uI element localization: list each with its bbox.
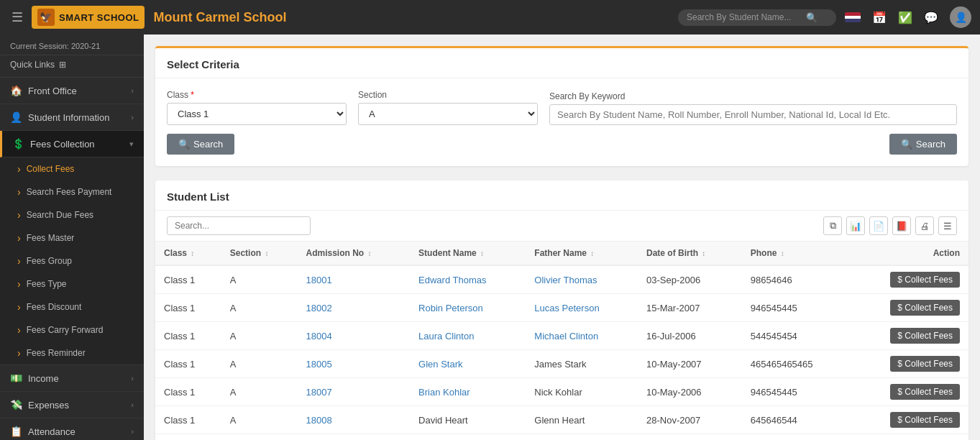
criteria-card-body: Class * Class 1 Class 2 Class 3 Class 4 … (155, 78, 968, 166)
keyword-input[interactable] (549, 104, 957, 125)
cell-adm-no[interactable]: 18013 (297, 434, 410, 441)
criteria-title: Select Criteria (167, 58, 239, 70)
sidebar-sub-item-fees-reminder[interactable]: Fees Reminder (0, 342, 144, 365)
collect-fees-button[interactable]: $ Collect Fees (890, 300, 960, 316)
logo: 🦅 SMART SCHOOL (32, 6, 145, 29)
col-action: Action (851, 242, 968, 265)
sidebar-sub-item-search-due-fees[interactable]: Search Due Fees (0, 203, 144, 226)
collect-fees-button[interactable]: $ Collect Fees (890, 384, 960, 400)
cell-class: Class 1 (155, 350, 221, 378)
table-row: Class 1 A 18002 Robin Peterson Lucas Pet… (155, 294, 968, 322)
cell-adm-no[interactable]: 18007 (297, 378, 410, 406)
cell-student-name[interactable]: Edward Thomas (410, 265, 526, 294)
flag-icon[interactable] (845, 12, 861, 22)
cell-student-name: David Heart (410, 406, 526, 434)
search-button-left[interactable]: 🔍 Search (167, 134, 234, 155)
sidebar-sub-item-collect-fees[interactable]: Collect Fees (0, 157, 144, 180)
table-search-input[interactable] (167, 216, 311, 235)
cell-phone: 465465465465 (742, 350, 851, 378)
main-content: Select Criteria Class * Class 1 Class 2 … (144, 35, 980, 440)
csv-action-icon[interactable]: 📄 (869, 216, 888, 235)
sidebar-sub-item-fees-discount[interactable]: Fees Discount (0, 295, 144, 318)
cell-adm-no[interactable]: 18002 (297, 294, 410, 322)
sidebar-sub-item-fees-carry-forward[interactable]: Fees Carry Forward (0, 318, 144, 342)
pdf-action-icon[interactable]: 📕 (892, 216, 911, 235)
sidebar-label-student-information: Student Information (28, 112, 109, 123)
top-navigation: ☰ 🦅 SMART SCHOOL Mount Carmel School 🔍 📅… (0, 0, 980, 35)
front-office-icon: 🏠 (10, 85, 22, 96)
collect-fees-button[interactable]: $ Collect Fees (890, 272, 960, 288)
sidebar-sub-item-fees-type[interactable]: Fees Type (0, 272, 144, 295)
sidebar-sub-item-fees-group[interactable]: Fees Group (0, 249, 144, 272)
cell-father-name[interactable]: Olivier Thomas (526, 265, 638, 294)
quick-links[interactable]: Quick Links ⊞ (0, 55, 144, 78)
sidebar-item-income[interactable]: 💵 Income › (0, 365, 144, 392)
cell-phone: 98654646 (742, 265, 851, 294)
cell-student-name[interactable]: Robin Peterson (410, 294, 526, 322)
cell-dob: 03-Sep-2006 (638, 265, 742, 294)
avatar[interactable]: 👤 (950, 6, 971, 28)
copy-action-icon[interactable]: ⧉ (823, 216, 842, 235)
section-select[interactable]: A B C D (358, 103, 538, 125)
class-select[interactable]: Class 1 Class 2 Class 3 Class 4 Class 5 (167, 103, 347, 125)
sidebar-item-attendance[interactable]: 📋 Attendance › (0, 418, 144, 440)
criteria-card-header: Select Criteria (155, 48, 968, 78)
cell-section: A (221, 294, 298, 322)
cell-dob: 26-Jun-2010 (638, 434, 742, 441)
cell-father-name[interactable]: Lucas Peterson (526, 294, 638, 322)
cell-father-name[interactable]: Michael Clinton (526, 322, 638, 350)
cell-adm-no[interactable]: 18004 (297, 322, 410, 350)
collect-fees-button[interactable]: $ Collect Fees (890, 356, 960, 372)
chevron-right-icon-4: › (131, 400, 134, 409)
hamburger-icon[interactable]: ☰ (12, 9, 23, 25)
cell-adm-no[interactable]: 18005 (297, 350, 410, 378)
cell-adm-no[interactable]: 18001 (297, 265, 410, 294)
attendance-icon: 📋 (10, 426, 22, 437)
col-student-name: Student Name ↕ (410, 242, 526, 265)
excel-action-icon[interactable]: 📊 (846, 216, 865, 235)
collect-fees-button[interactable]: $ Collect Fees (890, 412, 960, 428)
fees-carry-forward-label: Fees Carry Forward (27, 325, 104, 335)
nav-search-box[interactable]: 🔍 (678, 9, 836, 26)
logo-icon: 🦅 (37, 9, 55, 26)
sidebar-item-expenses[interactable]: 💸 Expenses › (0, 392, 144, 418)
print-action-icon[interactable]: 🖨 (915, 216, 934, 235)
cell-dob: 28-Nov-2007 (638, 406, 742, 434)
chevron-right-icon-3: › (131, 374, 134, 382)
chevron-down-icon: ▾ (129, 139, 134, 149)
cell-student-name[interactable]: Glen Stark (410, 350, 526, 378)
fees-collection-submenu: Collect Fees Search Fees Payment Search … (0, 157, 144, 365)
cell-student-name[interactable]: Brian Kohlar (410, 378, 526, 406)
whatsapp-icon[interactable]: 💬 (924, 11, 938, 24)
calendar-icon[interactable]: 📅 (872, 11, 887, 24)
cell-student-name[interactable]: Benjamin Gates (410, 434, 526, 441)
search-button-right[interactable]: 🔍 Search (889, 134, 957, 155)
cell-phone: 6465465465 (742, 434, 851, 441)
sidebar-label-attendance: Attendance (28, 426, 75, 437)
collect-fees-button[interactable]: $ Collect Fees (890, 328, 960, 344)
sidebar-item-front-office[interactable]: 🏠 Front Office › (0, 78, 144, 104)
col-phone: Phone ↕ (742, 242, 851, 265)
search-icon: 🔍 (806, 12, 818, 23)
cell-adm-no[interactable]: 18008 (297, 406, 410, 434)
nav-search-input[interactable] (687, 12, 802, 22)
expenses-icon: 💸 (10, 399, 22, 411)
cell-class: Class 1 (155, 406, 221, 434)
main-layout: Current Session: 2020-21 Quick Links ⊞ 🏠… (0, 35, 980, 440)
table-search (167, 216, 311, 235)
required-asterisk: * (191, 90, 194, 100)
cell-student-name[interactable]: Laura Clinton (410, 322, 526, 350)
cell-dob: 10-May-2006 (638, 378, 742, 406)
sidebar-item-student-information[interactable]: 👤 Student Information › (0, 104, 144, 131)
student-table-body: Class 1 A 18001 Edward Thomas Olivier Th… (155, 265, 968, 440)
cell-dob: 16-Jul-2006 (638, 322, 742, 350)
sidebar-item-fees-collection[interactable]: 💲 Fees Collection ▾ (0, 131, 144, 157)
cell-phone: 946545445 (742, 378, 851, 406)
sidebar-sub-item-search-fees-payment[interactable]: Search Fees Payment (0, 180, 144, 203)
sidebar-sub-item-fees-master[interactable]: Fees Master (0, 226, 144, 249)
columns-action-icon[interactable]: ☰ (938, 216, 957, 235)
check-icon[interactable]: ✅ (898, 11, 912, 24)
cell-father-name[interactable]: Nathan Gates (526, 434, 638, 441)
table-row: Class 1 A 18007 Brian Kohlar Nick Kohlar… (155, 378, 968, 406)
table-row: Class 1 A 18001 Edward Thomas Olivier Th… (155, 265, 968, 294)
